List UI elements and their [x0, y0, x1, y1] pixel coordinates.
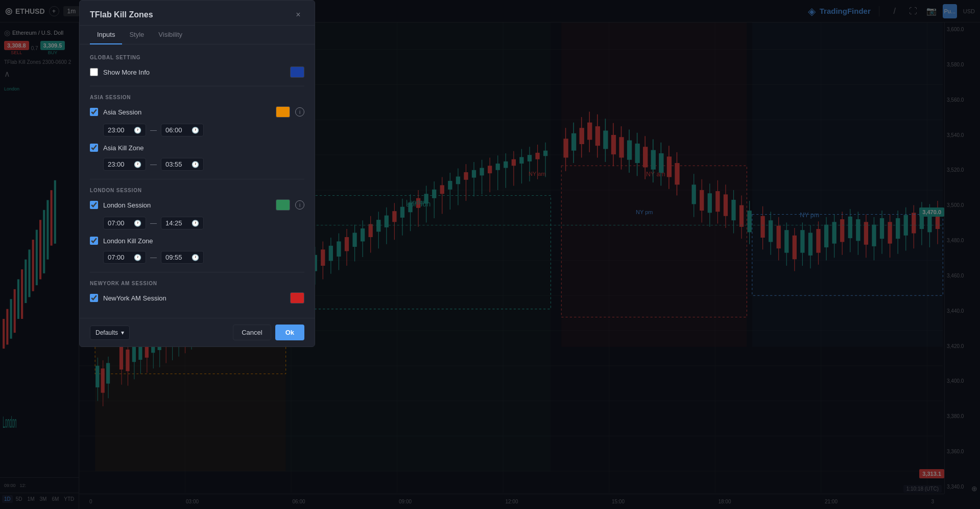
london-kz-start-input[interactable] — [108, 253, 131, 261]
tab-inputs[interactable]: Inputs — [90, 26, 122, 44]
asia-session-start-input[interactable] — [108, 126, 131, 134]
show-more-info-label: Show More Info — [103, 68, 285, 76]
london-kz-start-wrapper: 🕐 — [103, 251, 146, 264]
asia-kz-end-wrapper: 🕐 — [161, 158, 204, 171]
london-kz-end-clock-icon[interactable]: 🕐 — [192, 254, 199, 261]
newyork-am-header: NEWYORK AM SESSION — [90, 281, 304, 286]
asia-session-end-clock-icon[interactable]: 🕐 — [192, 127, 199, 134]
london-kz-end-wrapper: 🕐 — [161, 251, 204, 264]
asia-session-time-row: 🕐 — 🕐 — [103, 124, 304, 136]
asia-session-info-icon[interactable]: i — [295, 107, 304, 117]
asia-session-start-clock-icon[interactable]: 🕐 — [134, 127, 141, 134]
asia-kz-start-clock-icon[interactable]: 🕐 — [134, 161, 141, 168]
london-session-start-clock-icon[interactable]: 🕐 — [134, 220, 141, 227]
cancel-button[interactable]: Cancel — [233, 325, 271, 340]
london-session-end-clock-icon[interactable]: 🕐 — [192, 220, 199, 227]
global-setting-header: GLOBAL SETTING — [90, 55, 304, 60]
asia-kz-start-wrapper: 🕐 — [103, 158, 146, 171]
asia-kz-time-separator: — — [150, 160, 157, 168]
london-kz-start-clock-icon[interactable]: 🕐 — [134, 254, 141, 261]
london-session-info-icon[interactable]: i — [295, 200, 304, 210]
asia-kill-zone-time-row: 🕐 — 🕐 — [103, 158, 304, 171]
modal-overlay: TFlab Kill Zones × Inputs Style Visibili… — [0, 0, 980, 509]
defaults-label: Defaults — [95, 329, 118, 336]
london-kill-zone-label: London Kill Zone — [103, 237, 304, 245]
london-session-header: LONDON SESSION — [90, 188, 304, 193]
newyork-am-row: NewYork AM Session — [90, 292, 304, 304]
london-session-time-row: 🕐 — 🕐 — [103, 217, 304, 229]
divider-london — [90, 272, 304, 272]
london-session-end-wrapper: 🕐 — [161, 217, 204, 229]
modal-header: TFlab Kill Zones × — [80, 1, 315, 26]
london-session-label: London Session — [103, 201, 271, 209]
divider-asia — [90, 179, 304, 179]
tab-visibility[interactable]: Visibility — [151, 26, 189, 44]
modal-footer: Defaults ▾ Cancel Ok — [80, 318, 315, 346]
asia-session-row: Asia Session i — [90, 106, 304, 118]
newyork-am-checkbox[interactable] — [90, 294, 98, 302]
modal-close-button[interactable]: × — [292, 9, 304, 21]
london-session-start-wrapper: 🕐 — [103, 217, 146, 229]
tab-style[interactable]: Style — [122, 26, 151, 44]
asia-kill-zone-checkbox[interactable] — [90, 144, 98, 152]
asia-session-header: ASIA SESSION — [90, 95, 304, 100]
asia-session-start-wrapper: 🕐 — [103, 124, 146, 136]
asia-kz-end-clock-icon[interactable]: 🕐 — [192, 161, 199, 168]
london-session-row: London Session i — [90, 199, 304, 211]
show-more-info-color-swatch[interactable] — [290, 66, 304, 78]
asia-kill-zone-label: Asia Kill Zone — [103, 144, 304, 152]
london-session-end-input[interactable] — [165, 219, 188, 227]
asia-session-time-separator: — — [150, 126, 157, 134]
london-session-time-separator: — — [150, 219, 157, 227]
asia-session-color-swatch[interactable] — [276, 106, 290, 118]
chevron-down-icon: ▾ — [121, 329, 124, 336]
london-kz-time-separator: — — [150, 253, 157, 261]
modal-title: TFlab Kill Zones — [90, 10, 153, 19]
newyork-am-label: NewYork AM Session — [103, 294, 285, 302]
footer-buttons: Cancel Ok — [233, 325, 304, 340]
london-session-checkbox[interactable] — [90, 201, 98, 209]
london-kz-end-input[interactable] — [165, 253, 188, 261]
newyork-am-color-swatch[interactable] — [290, 292, 304, 304]
asia-session-label: Asia Session — [103, 108, 271, 116]
divider-global — [90, 86, 304, 86]
london-session-start-input[interactable] — [108, 219, 131, 227]
asia-session-end-input[interactable] — [165, 126, 188, 134]
london-kill-zone-time-row: 🕐 — 🕐 — [103, 251, 304, 264]
asia-kz-start-input[interactable] — [108, 160, 131, 168]
settings-modal: TFlab Kill Zones × Inputs Style Visibili… — [79, 0, 315, 347]
asia-session-checkbox[interactable] — [90, 108, 98, 116]
london-session-color-swatch[interactable] — [276, 199, 290, 211]
modal-tabs: Inputs Style Visibility — [80, 26, 315, 44]
london-kill-zone-checkbox[interactable] — [90, 237, 98, 245]
show-more-info-checkbox[interactable] — [90, 68, 98, 76]
modal-body: GLOBAL SETTING Show More Info ASIA SESSI… — [80, 44, 315, 318]
london-kill-zone-row: London Kill Zone — [90, 237, 304, 245]
asia-session-end-wrapper: 🕐 — [161, 124, 204, 136]
asia-kill-zone-row: Asia Kill Zone — [90, 144, 304, 152]
asia-kz-end-input[interactable] — [165, 160, 188, 168]
ok-button[interactable]: Ok — [275, 325, 304, 340]
show-more-info-row: Show More Info — [90, 66, 304, 78]
defaults-dropdown[interactable]: Defaults ▾ — [90, 326, 130, 340]
